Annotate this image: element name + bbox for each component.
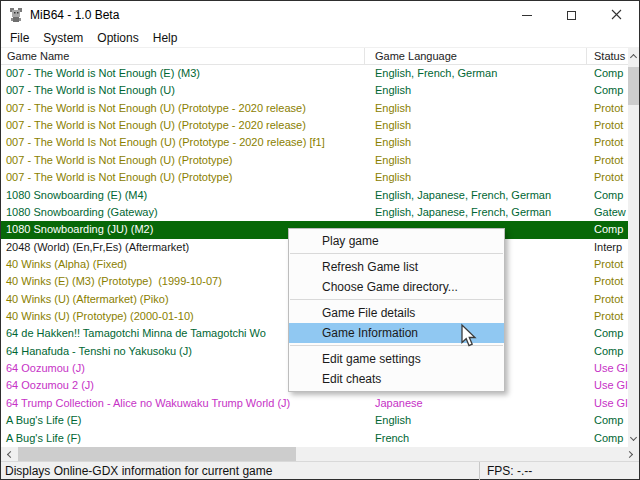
- status-cell: Protot: [587, 273, 628, 290]
- game-name-cell: A Bug's Life (F): [1, 430, 365, 447]
- status-cell: Comp: [587, 412, 628, 429]
- table-row[interactable]: 007 - The World is Not Enough (U)English…: [1, 82, 628, 99]
- game-name-cell: 1080 Snowboarding (E) (M4): [1, 187, 365, 204]
- game-language-cell: English, Japanese, French, German: [365, 187, 587, 204]
- window-title: MiB64 - 1.0 Beta: [30, 8, 119, 22]
- menu-separator: [290, 299, 503, 300]
- game-name-cell: 007 - The World Is Not Enough (U) (Proto…: [1, 134, 365, 151]
- game-language-cell: English: [365, 117, 587, 134]
- status-cell: Protot: [587, 100, 628, 117]
- maximize-icon: [567, 11, 576, 20]
- table-row[interactable]: 64 Trump Collection - Alice no Wakuwaku …: [1, 395, 628, 412]
- status-cell: Protot: [587, 308, 628, 325]
- menu-separator: [290, 253, 503, 254]
- minimize-icon: [522, 15, 532, 16]
- scroll-left-button[interactable]: [1, 447, 18, 461]
- game-name-cell: 007 - The World is Not Enough (U) (Proto…: [1, 117, 365, 134]
- game-name-cell: 64 Trump Collection - Alice no Wakuwaku …: [1, 395, 365, 412]
- game-name-cell: 007 - The World is Not Enough (E) (M3): [1, 65, 365, 82]
- column-header-game-name[interactable]: Game Name: [1, 48, 365, 64]
- table-row[interactable]: A Bug's Life (E)EnglishComp: [1, 412, 628, 429]
- table-row[interactable]: 007 - The World is Not Enough (U) (Proto…: [1, 117, 628, 134]
- horizontal-scrollbar[interactable]: [1, 447, 639, 461]
- status-cell: Comp: [587, 82, 628, 99]
- status-cell: Interp: [587, 239, 628, 256]
- game-language-cell: English, French, German: [365, 65, 587, 82]
- app-window: MiB64 - 1.0 Beta FileSystemOptionsHelp G…: [0, 0, 640, 480]
- table-row[interactable]: 1080 Snowboarding (E) (M4)English, Japan…: [1, 187, 628, 204]
- titlebar[interactable]: MiB64 - 1.0 Beta: [1, 1, 639, 29]
- table-row[interactable]: 1080 Snowboarding (Gateway)English, Japa…: [1, 204, 628, 221]
- table-row[interactable]: 007 - The World Is Not Enough (U) (Proto…: [1, 134, 628, 151]
- status-cell: Protot: [587, 291, 628, 308]
- menu-item-choose-game-directory[interactable]: Choose Game directory...: [289, 277, 504, 297]
- game-language-cell: English: [365, 412, 587, 429]
- status-bar-divider: [479, 462, 480, 480]
- game-name-cell: 007 - The World is Not Enough (U) (Proto…: [1, 152, 365, 169]
- maximize-button[interactable]: [549, 1, 594, 29]
- mouse-cursor: [457, 323, 481, 353]
- game-name-cell: 007 - The World is Not Enough (U) (Proto…: [1, 100, 365, 117]
- list-header: Game NameGame LanguageStatus: [1, 47, 628, 65]
- menu-item-refresh-game-list[interactable]: Refresh Game list: [289, 257, 504, 277]
- game-language-cell: English, Japanese, French, German: [365, 204, 587, 221]
- status-cell: Use Gl: [587, 377, 628, 394]
- menu-options[interactable]: Options: [90, 30, 145, 46]
- table-row[interactable]: A Bug's Life (F)FrenchComp: [1, 430, 628, 447]
- menu-item-play-game[interactable]: Play game: [289, 231, 504, 251]
- app-icon: [8, 7, 24, 23]
- status-cell: Comp: [587, 65, 628, 82]
- column-header-game-language[interactable]: Game Language: [365, 48, 587, 64]
- status-cell: Comp: [587, 430, 628, 447]
- chevron-left-icon: [7, 450, 14, 457]
- status-message: Displays Online-GDX information for curr…: [5, 464, 272, 478]
- chevron-up-icon: [630, 53, 637, 60]
- status-cell: Use Gl: [587, 395, 628, 412]
- status-cell: Protot: [587, 169, 628, 186]
- game-language-cell: Japanese: [365, 395, 587, 412]
- horizontal-scroll-thumb[interactable]: [18, 447, 296, 461]
- table-row[interactable]: 007 - The World is Not Enough (U) (Proto…: [1, 169, 628, 186]
- minimize-button[interactable]: [504, 1, 549, 29]
- status-cell: Protot: [587, 256, 628, 273]
- menu-item-edit-cheats[interactable]: Edit cheats: [289, 369, 504, 389]
- scroll-down-button[interactable]: [628, 430, 639, 447]
- table-row[interactable]: 007 - The World is Not Enough (U) (Proto…: [1, 152, 628, 169]
- close-icon: [611, 6, 622, 24]
- menu-item-game-file-details[interactable]: Game File details: [289, 303, 504, 323]
- table-row[interactable]: 007 - The World is Not Enough (E) (M3)En…: [1, 65, 628, 82]
- vertical-scrollbar[interactable]: [628, 47, 639, 447]
- scroll-up-button[interactable]: [628, 47, 639, 64]
- status-cell: Comp: [587, 187, 628, 204]
- game-name-cell: 1080 Snowboarding (Gateway): [1, 204, 365, 221]
- game-language-cell: English: [365, 82, 587, 99]
- game-language-cell: English: [365, 169, 587, 186]
- fps-label: FPS: -.--: [487, 464, 532, 478]
- menu-file[interactable]: File: [3, 30, 36, 46]
- chevron-right-icon: [626, 450, 633, 457]
- table-row[interactable]: 007 - The World is Not Enough (U) (Proto…: [1, 100, 628, 117]
- vertical-scroll-thumb[interactable]: [628, 67, 639, 105]
- status-cell: Protot: [587, 117, 628, 134]
- scroll-right-button[interactable]: [622, 447, 639, 461]
- game-name-cell: 007 - The World is Not Enough (U): [1, 82, 365, 99]
- game-name-cell: A Bug's Life (E): [1, 412, 365, 429]
- status-cell: Comp: [587, 325, 628, 342]
- chevron-down-icon: [630, 434, 637, 441]
- close-button[interactable]: [594, 1, 639, 29]
- window-controls: [504, 1, 639, 29]
- status-cell: Use Gl: [587, 360, 628, 377]
- status-cell: Gatew: [587, 204, 628, 221]
- game-language-cell: French: [365, 430, 587, 447]
- column-header-status[interactable]: Status: [587, 48, 628, 64]
- game-language-cell: English: [365, 134, 587, 151]
- menu-help[interactable]: Help: [146, 30, 185, 46]
- status-bar: Displays Online-GDX information for curr…: [1, 461, 639, 479]
- status-cell: Comp: [587, 221, 628, 238]
- game-language-cell: English: [365, 100, 587, 117]
- menu-system[interactable]: System: [36, 30, 90, 46]
- status-cell: Protot: [587, 134, 628, 151]
- status-cell: Comp: [587, 343, 628, 360]
- game-language-cell: English: [365, 152, 587, 169]
- game-name-cell: 007 - The World is Not Enough (U) (Proto…: [1, 169, 365, 186]
